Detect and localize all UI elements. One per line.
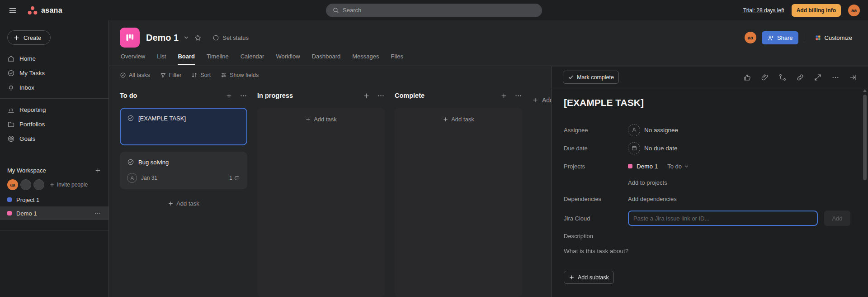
sidebar-item-home[interactable]: Home (0, 51, 108, 66)
calendar-icon[interactable] (628, 142, 640, 154)
task-card-bug-solving[interactable]: Bug solving Jan 31 1 (120, 152, 247, 189)
project-chip[interactable]: Demo 1 (628, 163, 658, 170)
sidebar: Create Home My Tasks Inbox (0, 20, 109, 297)
add-task-button[interactable]: Add task (443, 116, 474, 123)
user-avatar[interactable]: aa (848, 5, 860, 16)
filter-button[interactable]: Filter (160, 72, 182, 78)
column-drop-area[interactable]: Add task (395, 108, 522, 297)
all-tasks-filter[interactable]: All tasks (120, 72, 150, 78)
create-button[interactable]: Create (7, 30, 51, 45)
tab-overview[interactable]: Overview (121, 53, 145, 65)
customize-button[interactable]: Customize (810, 31, 857, 44)
subtask-icon[interactable] (778, 73, 787, 81)
like-icon[interactable] (743, 73, 751, 81)
jira-label: Jira Cloud (564, 215, 628, 222)
add-task-icon[interactable] (500, 92, 507, 99)
star-icon[interactable] (194, 34, 202, 42)
column-drop-area[interactable]: Add task (257, 108, 385, 297)
member-avatar[interactable]: aa (7, 179, 18, 190)
project-title[interactable]: Demo 1 (146, 33, 179, 43)
bell-icon (7, 84, 15, 91)
jira-issue-input[interactable] (628, 211, 818, 226)
sidebar-project-demo-1[interactable]: Demo 1 (0, 206, 108, 220)
sidebar-item-my-tasks[interactable]: My Tasks (0, 66, 108, 80)
tab-messages[interactable]: Messages (352, 53, 379, 65)
tab-files[interactable]: Files (391, 53, 403, 65)
add-task-button[interactable]: Add task (120, 200, 247, 207)
global-search[interactable] (326, 4, 542, 17)
expand-icon[interactable] (814, 73, 822, 81)
plus-icon (443, 116, 448, 122)
add-billing-info-button[interactable]: Add billing info (792, 4, 841, 17)
workspace-header[interactable]: My Workspace (0, 164, 108, 177)
section-select[interactable]: To do (667, 163, 689, 170)
sort-button[interactable]: Sort (191, 72, 211, 78)
filter-label: Filter (169, 72, 182, 78)
tab-workflow[interactable]: Workflow (276, 53, 300, 65)
project-icon[interactable] (120, 28, 140, 48)
assignee-avatar-icon[interactable] (628, 124, 640, 136)
more-options-icon[interactable] (831, 73, 840, 81)
add-to-projects-link[interactable]: Add to projects (628, 179, 856, 186)
share-button[interactable]: Share (762, 31, 798, 44)
chevron-down-icon[interactable] (183, 34, 189, 41)
tab-dashboard[interactable]: Dashboard (312, 53, 341, 65)
sidebar-item-reporting[interactable]: Reporting (0, 102, 108, 117)
column-options-icon[interactable] (377, 92, 385, 100)
add-task-icon[interactable] (363, 92, 370, 99)
column-options-icon[interactable] (514, 92, 522, 100)
tab-calendar[interactable]: Calendar (241, 53, 264, 65)
chevron-down-icon (684, 164, 689, 169)
sidebar-item-goals[interactable]: Goals (0, 131, 108, 146)
trial-days-link[interactable]: Trial: 28 days left (743, 7, 784, 14)
panel-scrollbar[interactable] (863, 91, 867, 295)
check-circle-icon[interactable] (127, 158, 134, 166)
show-fields-button[interactable]: Show fields (221, 72, 259, 78)
link-icon[interactable] (796, 73, 804, 81)
jira-field: Jira Cloud Add (564, 208, 856, 229)
task-title[interactable]: [EXAMPLE TASK] (564, 97, 856, 108)
column-title[interactable]: Complete (395, 92, 425, 99)
task-card-example[interactable]: [EXAMPLE TASK] (120, 108, 247, 145)
column-title[interactable]: In progress (257, 92, 293, 99)
set-status-button[interactable]: Set status (212, 34, 249, 41)
add-dependencies-link[interactable]: Add dependencies (628, 196, 856, 202)
scrollbar-thumb[interactable] (863, 95, 867, 180)
search-input[interactable] (343, 7, 536, 14)
sidebar-item-inbox[interactable]: Inbox (0, 80, 108, 95)
mark-complete-button[interactable]: Mark complete (563, 71, 619, 84)
tab-timeline[interactable]: Timeline (207, 53, 229, 65)
project-header: Demo 1 Set status aa (109, 20, 868, 66)
tab-list[interactable]: List (157, 53, 166, 65)
asana-logo[interactable]: asana (27, 5, 62, 15)
add-project-icon[interactable] (94, 167, 101, 174)
plus-icon (305, 116, 311, 122)
member-avatar[interactable]: aa (745, 32, 756, 43)
project-color-dot (7, 211, 12, 216)
project-options-icon[interactable] (94, 210, 101, 217)
due-date-value[interactable]: No due date (628, 142, 856, 154)
add-subtask-button[interactable]: Add subtask (564, 271, 614, 284)
scrollbar-up-arrow[interactable] (863, 89, 867, 92)
due-date-text[interactable]: No due date (644, 145, 678, 152)
sidebar-item-label: Goals (19, 135, 35, 142)
assignee-value[interactable]: No assignee (628, 124, 856, 136)
assignee-text[interactable]: No assignee (644, 127, 678, 134)
column-title[interactable]: To do (120, 92, 137, 99)
add-task-button[interactable]: Add task (305, 116, 337, 123)
invite-people-button[interactable]: Invite people (49, 182, 88, 188)
description-textarea[interactable]: What is this task about? (564, 248, 856, 254)
check-circle-icon[interactable] (127, 115, 134, 122)
assignee-avatar-icon[interactable] (127, 173, 137, 183)
attach-icon[interactable] (761, 73, 769, 81)
sidebar-project-1[interactable]: Project 1 (0, 193, 108, 206)
hamburger-menu-icon[interactable] (8, 6, 17, 15)
add-task-icon[interactable] (226, 92, 232, 99)
jira-add-button[interactable]: Add (824, 211, 850, 226)
column-options-icon[interactable] (240, 92, 247, 100)
tab-board[interactable]: Board (178, 53, 195, 65)
due-date-field: Due date No due date (564, 139, 856, 157)
close-panel-icon[interactable] (849, 73, 857, 81)
sidebar-item-label: Inbox (19, 84, 34, 91)
sidebar-item-portfolios[interactable]: Portfolios (0, 117, 108, 131)
